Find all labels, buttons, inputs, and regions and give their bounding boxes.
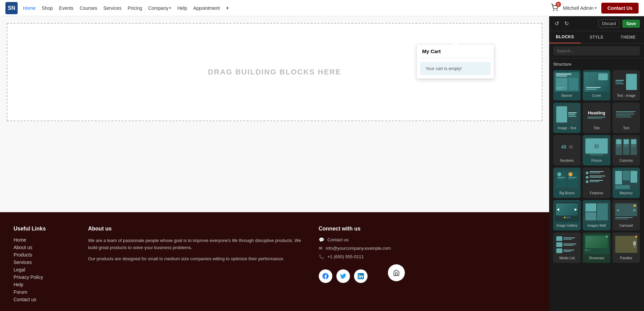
block-title[interactable]: Heading Title: [583, 103, 610, 133]
footer-link-home[interactable]: Home: [14, 237, 26, 243]
block-showcase[interactable]: Showcase: [583, 232, 610, 263]
block-columns[interactable]: Columns: [612, 135, 640, 165]
drop-zone[interactable]: DRAG BUILDING BLOCKS HERE My Cart Your c…: [7, 23, 542, 121]
block-banner-preview: [555, 72, 579, 92]
list-item: About us: [14, 245, 75, 250]
save-button[interactable]: Save: [622, 20, 640, 28]
contact-label[interactable]: Contact us: [328, 237, 349, 242]
contact-item-email: ✉ info@yourcompany.example.com: [319, 246, 536, 251]
nav-pricing[interactable]: Pricing: [128, 5, 142, 11]
admin-menu[interactable]: Mitchell Admin ▾: [563, 5, 597, 11]
nav-shop[interactable]: Shop: [42, 5, 53, 11]
undo-button[interactable]: ↺: [553, 19, 560, 28]
block-banner-label: Banner: [562, 94, 573, 97]
block-images-wall[interactable]: Images Wall: [583, 200, 610, 230]
block-bigboxes-label: Big Boxes: [559, 191, 575, 195]
tab-blocks[interactable]: BLOCKS: [549, 31, 581, 43]
list-item: Products: [14, 252, 75, 258]
block-picture[interactable]: Picture: [583, 135, 610, 165]
block-text-image[interactable]: Text - Image: [612, 70, 640, 101]
footer-link-about[interactable]: About us: [14, 245, 32, 250]
block-parallax-preview: [614, 235, 639, 254]
cart-button[interactable]: 0: [551, 4, 558, 12]
block-images-wall-label: Images Wall: [587, 224, 606, 227]
nav-company[interactable]: Company ▾: [148, 5, 171, 11]
cart-empty-message: Your cart is empty!: [420, 62, 491, 75]
block-banner[interactable]: Banner: [553, 70, 581, 101]
nav-services[interactable]: Services: [103, 5, 122, 11]
footer: Useful Links Home About us Products Serv…: [0, 212, 549, 311]
block-carousel[interactable]: ◀ ▶ Carousel: [612, 200, 640, 230]
list-item: Legal: [14, 267, 75, 272]
block-features-label: Features: [590, 191, 603, 195]
block-carousel-preview: ◀ ▶: [614, 202, 639, 222]
contact-item-phone: 📞 +1 (650) 555-0111: [319, 254, 536, 259]
discard-button[interactable]: Discard: [598, 20, 620, 28]
block-cover-label: Cover: [592, 94, 601, 97]
block-numbers[interactable]: 45 91 Numbers: [553, 135, 581, 165]
block-carousel-label: Carousel: [619, 224, 633, 227]
footer-link-legal[interactable]: Legal: [14, 267, 25, 272]
structure-label: Structure: [553, 62, 640, 67]
about-heading: About us: [88, 226, 305, 232]
footer-email[interactable]: info@yourcompany.example.com: [326, 246, 391, 251]
block-features[interactable]: Features: [583, 168, 610, 198]
add-page-icon[interactable]: +: [226, 5, 229, 11]
nav-help[interactable]: Help: [177, 5, 187, 11]
block-cover[interactable]: Cover: [583, 70, 610, 101]
block-showcase-preview: [584, 235, 609, 254]
footer-link-privacy[interactable]: Privacy Policy: [14, 274, 43, 280]
home-button[interactable]: [388, 264, 405, 281]
logo[interactable]: SN: [5, 2, 18, 14]
list-item: Privacy Policy: [14, 274, 75, 280]
nav-appointment[interactable]: Appointment: [193, 5, 220, 11]
email-icon: ✉: [319, 246, 323, 251]
block-picture-preview: [584, 137, 609, 157]
footer-link-help[interactable]: Help: [14, 282, 23, 287]
drop-zone-text: DRAG BUILDING BLOCKS HERE: [208, 68, 341, 76]
footer-about: About us We are a team of passionate peo…: [88, 226, 305, 304]
twitter-icon[interactable]: [336, 269, 350, 283]
block-picture-label: Picture: [591, 159, 602, 162]
cart-badge: 0: [556, 2, 561, 7]
svg-point-3: [596, 145, 596, 146]
footer-links-list: Home About us Products Services Legal Pr…: [14, 237, 75, 302]
svg-point-1: [557, 10, 557, 10]
block-image-text[interactable]: Image - Text: [553, 103, 581, 133]
sidebar-tabs: BLOCKS STYLE THEME: [549, 31, 644, 44]
block-image-text-label: Image - Text: [558, 126, 576, 130]
block-showcase-label: Showcase: [589, 256, 604, 260]
facebook-icon[interactable]: [319, 269, 332, 283]
block-text[interactable]: Text: [612, 103, 640, 133]
block-gallery-preview: ◀ ▶: [555, 202, 579, 222]
footer-link-services[interactable]: Services: [14, 260, 32, 265]
footer-link-products[interactable]: Products: [14, 252, 32, 258]
block-medialist[interactable]: Media List: [553, 232, 581, 263]
contact-us-button[interactable]: Contact Us: [601, 3, 639, 14]
block-masonry[interactable]: Masonry: [612, 168, 640, 198]
footer-connect: Connect with us 💬 Contact us ✉ info@your…: [319, 226, 536, 304]
cart-popup-title: My Cart: [417, 44, 494, 59]
tab-style[interactable]: STYLE: [581, 31, 612, 43]
nav-home[interactable]: Home: [23, 5, 36, 11]
search-input[interactable]: [553, 46, 640, 55]
footer-link-contact[interactable]: Contact us: [14, 297, 36, 302]
block-text-label: Text: [623, 126, 629, 130]
block-numbers-preview: 45 91: [555, 137, 579, 157]
block-columns-preview: [614, 137, 639, 157]
block-gallery[interactable]: ◀ ▶ Image Gallery: [553, 200, 581, 230]
block-bigboxes[interactable]: Big Boxes: [553, 168, 581, 198]
footer-grid: Useful Links Home About us Products Serv…: [14, 226, 536, 304]
list-item: Forum: [14, 289, 75, 295]
block-parallax[interactable]: Parallax: [612, 232, 640, 263]
redo-button[interactable]: ↻: [563, 19, 570, 28]
footer-phone: +1 (650) 555-0111: [328, 254, 364, 259]
block-title-preview: Heading: [584, 105, 609, 124]
linkedin-icon[interactable]: [354, 269, 368, 283]
tab-theme[interactable]: THEME: [612, 31, 644, 43]
nav-events[interactable]: Events: [59, 5, 74, 11]
nav-courses[interactable]: Courses: [80, 5, 97, 11]
footer-link-forum[interactable]: Forum: [14, 289, 27, 295]
block-features-preview: [584, 170, 609, 189]
block-columns-label: Columns: [620, 159, 633, 162]
